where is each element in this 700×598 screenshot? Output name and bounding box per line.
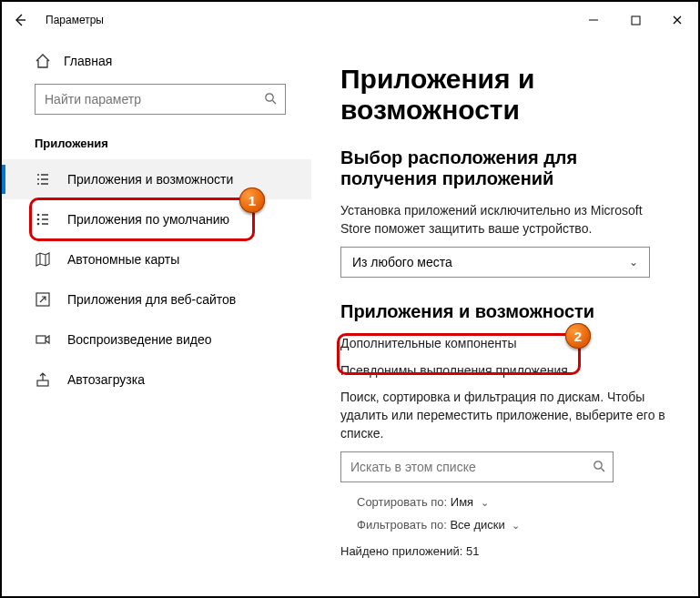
svg-point-1 xyxy=(266,93,273,100)
sidebar-item-apps-features[interactable]: Приложения и возможности xyxy=(2,159,311,199)
sidebar-item-label: Автономные карты xyxy=(67,252,179,267)
svg-point-4 xyxy=(37,223,40,226)
close-button[interactable] xyxy=(656,2,698,38)
window-controls xyxy=(573,2,698,38)
apps-search[interactable] xyxy=(340,451,614,482)
sidebar-section-label: Приложения xyxy=(2,120,311,159)
sidebar: Главная Приложения Приложения и возможно… xyxy=(2,38,311,596)
sidebar-item-label: Воспроизведение видео xyxy=(67,332,211,347)
minimize-button[interactable] xyxy=(573,2,614,38)
sidebar-item-web-apps[interactable]: Приложения для веб-сайтов xyxy=(2,279,311,319)
section-apps-features: Приложения и возможности Дополнительные … xyxy=(340,301,669,558)
filter-control[interactable]: Фильтровать по: Все диски ⌄ xyxy=(357,518,669,532)
apps-search-input[interactable] xyxy=(341,460,585,474)
sidebar-item-offline-maps[interactable]: Автономные карты xyxy=(2,239,311,279)
svg-rect-6 xyxy=(36,336,46,343)
sidebar-item-video-playback[interactable]: Воспроизведение видео xyxy=(2,319,311,360)
arrow-left-icon xyxy=(13,13,27,27)
svg-point-3 xyxy=(37,218,40,221)
chevron-down-icon: ⌄ xyxy=(481,497,489,508)
search-icon xyxy=(256,92,285,107)
optional-features-link[interactable]: Дополнительные компоненты xyxy=(340,335,669,353)
execution-aliases-link[interactable]: Псевдонимы выполнения приложения xyxy=(340,362,669,380)
home-nav[interactable]: Главная xyxy=(2,46,311,76)
dropdown-value: Из любого места xyxy=(352,255,452,269)
section-desc: Поиск, сортировка и фильтрация по дискам… xyxy=(340,389,669,442)
chevron-down-icon: ⌄ xyxy=(629,256,638,269)
maximize-button[interactable] xyxy=(614,2,656,38)
sidebar-item-default-apps[interactable]: Приложения по умолчанию xyxy=(2,199,311,239)
svg-point-8 xyxy=(594,461,602,468)
home-icon xyxy=(35,53,51,69)
sort-control[interactable]: Сортировать по: Имя ⌄ xyxy=(357,495,669,509)
autostart-icon xyxy=(35,371,51,388)
section-heading: Приложения и возможности xyxy=(340,301,669,322)
search-settings-input[interactable] xyxy=(36,92,256,106)
apps-count: Найдено приложений: 51 xyxy=(340,544,669,558)
close-icon xyxy=(672,15,683,25)
launch-icon xyxy=(35,291,51,308)
sidebar-item-label: Приложения для веб-сайтов xyxy=(67,292,236,307)
minimize-icon xyxy=(588,15,599,25)
search-settings[interactable] xyxy=(35,84,286,115)
titlebar: Параметры xyxy=(2,2,698,38)
sidebar-item-label: Приложения по умолчанию xyxy=(67,212,229,227)
search-icon xyxy=(585,460,613,475)
chevron-down-icon: ⌄ xyxy=(512,520,520,531)
section-desc: Установка приложений исключительно из Mi… xyxy=(340,202,669,238)
video-icon xyxy=(35,331,51,348)
home-label: Главная xyxy=(64,54,112,68)
section-heading: Выбор расположения для получения приложе… xyxy=(340,147,669,189)
list-icon xyxy=(35,171,51,188)
window-title: Параметры xyxy=(46,14,104,26)
sidebar-item-label: Автозагрузка xyxy=(67,372,145,387)
main-panel: Приложения и возможности Выбор расположе… xyxy=(311,38,698,596)
page-title: Приложения и возможности xyxy=(340,64,669,126)
back-button[interactable] xyxy=(2,2,38,38)
svg-rect-0 xyxy=(632,16,640,25)
svg-point-2 xyxy=(37,214,40,217)
sidebar-item-startup[interactable]: Автозагрузка xyxy=(2,360,311,400)
install-location-dropdown[interactable]: Из любого места ⌄ xyxy=(340,247,650,278)
map-icon xyxy=(35,251,51,268)
section-install-location: Выбор расположения для получения приложе… xyxy=(340,147,669,278)
bullet-list-icon xyxy=(35,211,51,228)
maximize-icon xyxy=(631,15,641,25)
svg-rect-7 xyxy=(37,380,48,386)
sidebar-item-label: Приложения и возможности xyxy=(67,172,233,187)
